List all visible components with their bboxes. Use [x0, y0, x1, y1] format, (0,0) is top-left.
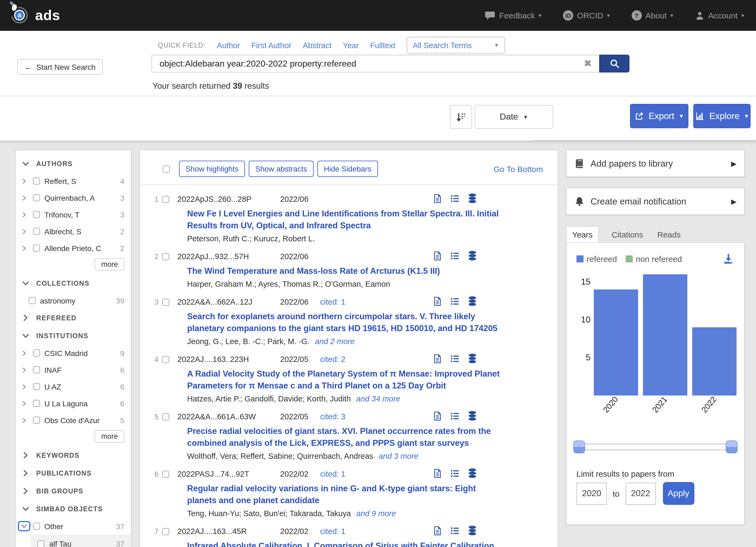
- result-and-more-link[interactable]: and 9 more: [356, 509, 396, 518]
- result-checkbox[interactable]: [162, 253, 169, 260]
- tab-reads[interactable]: Reads: [657, 230, 681, 242]
- create-email-notification-panel[interactable]: Create email notification ▶: [566, 188, 745, 215]
- data-database-icon[interactable]: [468, 193, 477, 203]
- feedback-menu[interactable]: Feedback ▾: [485, 11, 542, 20]
- sort-field-dropdown[interactable]: Date ▼: [475, 105, 553, 129]
- quickfield-first-author[interactable]: First Author: [251, 41, 291, 49]
- chevron-icon[interactable]: [20, 383, 28, 390]
- clear-search-icon[interactable]: ✖: [584, 58, 592, 69]
- quickfield-fulltext[interactable]: Fulltext: [370, 41, 396, 49]
- result-and-more-link[interactable]: and 2 more: [315, 337, 355, 346]
- chevron-icon[interactable]: [20, 178, 28, 184]
- apply-button[interactable]: Apply: [663, 482, 694, 505]
- result-cited-link[interactable]: cited: 1: [320, 470, 346, 478]
- result-title-link[interactable]: Regular radial velocity variations in ni…: [187, 483, 501, 506]
- add-papers-to-library-panel[interactable]: Add papers to library ▶: [566, 150, 745, 177]
- go-to-bottom-link[interactable]: Go To Bottom: [493, 164, 543, 173]
- bar-2021[interactable]: [643, 274, 687, 396]
- result-title-link[interactable]: Search for exoplanets around northern ci…: [187, 311, 501, 334]
- data-database-icon[interactable]: [468, 353, 477, 364]
- facet-item-albrecht-s[interactable]: Albrecht, S2: [16, 223, 131, 240]
- tab-citations[interactable]: Citations: [612, 230, 643, 242]
- result-and-more-link[interactable]: and 34 more: [356, 395, 400, 403]
- citations-list-icon[interactable]: [450, 411, 460, 421]
- result-checkbox[interactable]: [162, 413, 169, 420]
- quickfield-year[interactable]: Year: [343, 41, 359, 49]
- facet-item-other[interactable]: Other37: [16, 518, 131, 535]
- ads-logo[interactable]: a ads: [10, 5, 60, 26]
- facet-header-simbad[interactable]: SIMBAD OBJECTS: [16, 500, 131, 518]
- result-bibcode[interactable]: 2022AJ....163..223H: [177, 355, 280, 364]
- slider-track[interactable]: [573, 444, 738, 450]
- citations-list-icon[interactable]: [450, 526, 460, 535]
- facet-header-bibgroups[interactable]: BIB GROUPS: [16, 482, 131, 500]
- result-bibcode[interactable]: 2022AJ....163...45R: [177, 527, 280, 536]
- citations-list-icon[interactable]: [450, 251, 460, 260]
- facet-item-inaf[interactable]: INAF6: [16, 362, 131, 378]
- citations-list-icon[interactable]: [450, 193, 460, 203]
- facet-item-trifonov-t[interactable]: Trifonov, T3: [16, 206, 131, 223]
- result-checkbox[interactable]: [162, 356, 169, 363]
- facet-item-u-la-laguna[interactable]: U La Laguna6: [16, 395, 131, 412]
- fulltext-document-icon[interactable]: [433, 193, 442, 203]
- chevron-icon[interactable]: [20, 400, 28, 407]
- fulltext-document-icon[interactable]: [433, 354, 442, 363]
- fulltext-document-icon[interactable]: [433, 526, 442, 535]
- facet-header-publications[interactable]: PUBLICATIONS: [16, 464, 131, 482]
- result-cited-link[interactable]: cited: 1: [320, 298, 346, 306]
- fulltext-document-icon[interactable]: [433, 468, 442, 478]
- result-title-link[interactable]: The Wind Temperature and Mass-loss Rate …: [187, 265, 501, 277]
- hide-sidebars-button[interactable]: Hide Sidebars: [317, 161, 378, 177]
- facet-checkbox[interactable]: [33, 523, 40, 530]
- facet-item-csic-madrid[interactable]: CSIC Madrid9: [16, 345, 131, 362]
- year-to-input[interactable]: 2022: [625, 482, 656, 505]
- result-title-link[interactable]: New Fe I Level Energies and Line Identif…: [187, 208, 501, 231]
- chevron-icon[interactable]: [20, 245, 28, 251]
- result-cited-link[interactable]: cited: 1: [320, 527, 346, 536]
- facet-item-obs-cote-d-azur[interactable]: Obs Cote d'Azur5: [16, 412, 131, 429]
- fulltext-document-icon[interactable]: [433, 296, 442, 306]
- facet-more-button[interactable]: more: [95, 258, 124, 270]
- slider-handle-max[interactable]: [726, 440, 738, 453]
- facet-header-collections[interactable]: COLLECTIONS: [16, 274, 131, 292]
- sort-direction-button[interactable]: [450, 105, 472, 129]
- facet-checkbox[interactable]: [33, 383, 40, 390]
- fulltext-document-icon[interactable]: [433, 411, 442, 421]
- orcid-menu[interactable]: iD ORCID ▾: [563, 10, 610, 21]
- tab-years[interactable]: Years: [566, 226, 599, 242]
- start-new-search-button[interactable]: ← Start New Search: [17, 59, 102, 75]
- fulltext-document-icon[interactable]: [433, 251, 442, 260]
- result-title-link[interactable]: A Radial Velocity Study of the Planetary…: [187, 368, 501, 392]
- bar-2022[interactable]: [692, 327, 737, 396]
- search-terms-dropdown[interactable]: All Search Terms ▼: [407, 37, 505, 54]
- facet-checkbox[interactable]: [33, 177, 40, 184]
- result-title-link[interactable]: Infrared Absolute Calibration. I. Compar…: [187, 540, 501, 547]
- data-database-icon[interactable]: [468, 468, 477, 478]
- facet-item-allende-prieto-c[interactable]: Allende Prieto, C2: [16, 240, 131, 256]
- facet-checkbox[interactable]: [33, 366, 40, 373]
- export-button[interactable]: Export ▼: [630, 104, 688, 128]
- chevron-icon[interactable]: [20, 228, 28, 234]
- result-cited-link[interactable]: cited: 2: [320, 355, 346, 364]
- chevron-icon[interactable]: [20, 350, 28, 356]
- quickfield-abstract[interactable]: Abstract: [303, 41, 331, 49]
- result-and-more-link[interactable]: and 3 more: [379, 452, 418, 460]
- facet-checkbox[interactable]: [33, 194, 40, 201]
- facet-header-refereed[interactable]: REFEREED: [16, 309, 131, 327]
- data-database-icon[interactable]: [468, 296, 477, 306]
- result-bibcode[interactable]: 2022PASJ...74...92T: [177, 470, 280, 478]
- result-title-link[interactable]: Precise radial velocities of giant stars…: [187, 425, 501, 449]
- search-input[interactable]: object:Aldebaran year:2020-2022 property…: [151, 55, 599, 72]
- facet-header-keywords[interactable]: KEYWORDS: [16, 446, 131, 464]
- citations-list-icon[interactable]: [450, 354, 460, 363]
- chevron-icon[interactable]: [20, 211, 28, 218]
- show-abstracts-button[interactable]: Show abstracts: [249, 161, 313, 177]
- about-menu[interactable]: ? About ▾: [631, 10, 673, 21]
- result-bibcode[interactable]: 2022ApJS..260...28P: [177, 195, 280, 203]
- facet-header-institutions[interactable]: INSTITUTIONS: [16, 327, 131, 345]
- facet-item-astronomy[interactable]: astronomy39: [16, 292, 131, 309]
- year-from-input[interactable]: 2020: [576, 482, 607, 505]
- facet-checkbox[interactable]: [33, 211, 40, 218]
- search-button[interactable]: [599, 55, 629, 72]
- facet-checkbox[interactable]: [37, 540, 44, 547]
